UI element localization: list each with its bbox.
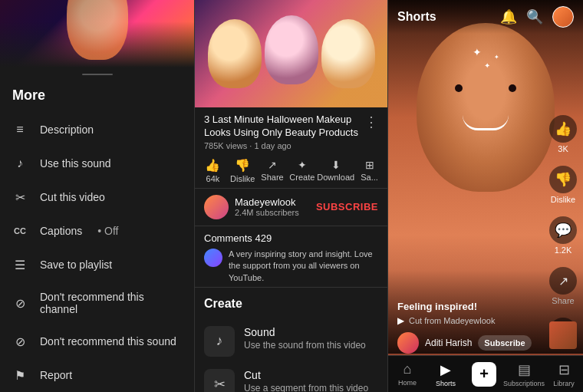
play-icon: ▶ — [397, 315, 404, 326]
nav-library[interactable]: ⊟ Library — [545, 361, 583, 387]
channel-row: Madeyewlook 2.4M subscribers SUBSCRIBE — [195, 189, 387, 226]
face-smile — [463, 115, 509, 130]
channel-name[interactable]: Madeyewlook — [235, 196, 310, 208]
comments-count: 429 — [255, 232, 272, 244]
create-cut-title: Cut — [244, 369, 378, 381]
create-button[interactable]: ✦ Create — [287, 159, 317, 182]
nav-home[interactable]: ⌂ Home — [388, 361, 427, 387]
create-section-header: Create — [204, 297, 378, 311]
nav-shorts[interactable]: ▶ Shorts — [427, 361, 465, 387]
right-header: Shorts 🔔 🔍 — [388, 0, 583, 34]
comments-section: Comments 429 A very inspiring story and … — [195, 226, 387, 288]
like-count: 64k — [206, 174, 220, 183]
channel-info: Madeyewlook 2.4M subscribers — [235, 196, 310, 217]
bell-icon[interactable]: 🔔 — [500, 8, 517, 25]
bottom-channel-avatar — [397, 332, 419, 354]
video-info: 3 Last Minute Halloween Makeup Looks Usi… — [195, 107, 387, 153]
save-button[interactable]: ⊞ Sa... — [354, 159, 384, 182]
use-sound-icon: ♪ — [12, 156, 28, 171]
save-playlist-icon: ☰ — [12, 257, 28, 272]
dislike-label: Dislike — [230, 174, 255, 183]
makeup-faces-overlay — [195, 0, 387, 107]
captions-status: • Off — [97, 225, 118, 237]
report-icon: ⚑ — [12, 367, 28, 383]
like-action[interactable]: 👍 3K — [549, 115, 577, 153]
nav-subscriptions[interactable]: ▤ Subscriptions — [503, 361, 545, 387]
create-section: Create ♪ Sound Use the sound from this v… — [195, 288, 387, 392]
share-button[interactable]: ↗ Share — [258, 159, 288, 182]
bottom-nav: ⌂ Home ▶ Shorts + ▤ Subscriptions ⊟ Libr… — [388, 355, 583, 392]
action-bar: 👍 64k 👎 Dislike ↗ Share ✦ Create ⬇ Downl… — [195, 153, 387, 189]
create-sound-title: Sound — [244, 326, 378, 338]
create-sound-item[interactable]: ♪ Sound Use the sound from this video — [204, 320, 378, 363]
costume-decoration — [67, 0, 128, 60]
dislike-icon: 👎 — [235, 158, 250, 173]
subscriptions-icon: ▤ — [518, 361, 531, 378]
create-sound-icon: ♪ — [204, 326, 235, 357]
menu-item-save-playlist[interactable]: ☰ Save to playlist — [0, 248, 194, 282]
subscribe-button[interactable]: SUBSCRIBE — [316, 201, 378, 212]
comments-label: Comments — [204, 232, 252, 244]
like-button[interactable]: 👍 64k — [198, 158, 228, 183]
download-icon: ⬇ — [331, 159, 341, 171]
drag-handle[interactable] — [82, 74, 113, 75]
description-icon: ≡ — [12, 122, 28, 137]
header-icons: 🔔 🔍 — [500, 6, 574, 28]
inspired-text: Feeling inspired! — [397, 301, 574, 312]
face-1 — [208, 19, 262, 88]
menu-label-dont-recommend-channel: Don't recommend this channel — [40, 291, 182, 315]
menu-label-cut-video: Cut this video — [40, 191, 105, 203]
channel-subscribers: 2.4M subscribers — [235, 208, 310, 217]
comment-action[interactable]: 💬 1.2K — [549, 216, 577, 255]
sparkle-decoration-2: ✦ — [484, 61, 490, 70]
create-cut-item[interactable]: ✂ Cut Use a segment from this video — [204, 363, 378, 392]
left-panel: More ≡ Description ♪ Use this sound ✂ Cu… — [0, 0, 194, 392]
search-icon[interactable]: 🔍 — [526, 8, 543, 25]
menu-label-save-playlist: Save to playlist — [40, 259, 112, 271]
face-2 — [265, 15, 318, 84]
create-add-icon[interactable]: + — [472, 362, 496, 387]
bottom-channel-row: Aditi Harish Subscribe — [397, 332, 574, 354]
shorts-icon: ▶ — [440, 361, 451, 378]
comment-icon-right: 💬 — [549, 216, 577, 244]
menu-label-description: Description — [40, 124, 94, 136]
comment-row: A very inspiring story and insight. Love… — [204, 249, 378, 284]
dislike-button[interactable]: 👎 Dislike — [228, 158, 258, 183]
comment-count-right: 1.2K — [555, 245, 572, 255]
menu-item-description[interactable]: ≡ Description — [0, 113, 194, 147]
dislike-label-right: Dislike — [551, 195, 575, 204]
menu-label-dont-recommend-sound: Don't recommend this sound — [40, 335, 176, 348]
home-label: Home — [398, 379, 417, 387]
dislike-icon-right: 👎 — [549, 166, 577, 193]
sparkle-decoration: ✦ — [473, 46, 482, 58]
dont-recommend-sound-icon: ⊘ — [12, 334, 28, 349]
menu-item-use-sound[interactable]: ♪ Use this sound — [0, 147, 194, 180]
nav-create[interactable]: + — [465, 362, 503, 387]
face-eyes — [455, 84, 516, 92]
bottom-right-thumbnail[interactable] — [549, 321, 577, 349]
cut-from-row: ▶ Cut from Madeyewlook — [397, 315, 574, 326]
menu-item-dont-recommend-channel[interactable]: ⊘ Don't recommend this channel — [0, 282, 194, 324]
menu-label-report: Report — [40, 369, 72, 381]
user-avatar[interactable] — [552, 6, 574, 28]
bottom-subscribe-button[interactable]: Subscribe — [478, 335, 531, 351]
menu-item-report[interactable]: ⚑ Report — [0, 358, 194, 392]
save-icon: ⊞ — [365, 159, 374, 171]
create-sound-desc: Use the sound from this video — [244, 340, 378, 351]
create-sound-info: Sound Use the sound from this video — [244, 326, 378, 351]
create-label: Create — [289, 173, 315, 182]
library-label: Library — [553, 380, 575, 387]
save-label: Sa... — [361, 173, 378, 182]
comment-text: A very inspiring story and insight. Love… — [229, 249, 378, 284]
comments-header: Comments 429 — [204, 232, 378, 244]
dislike-action[interactable]: 👎 Dislike — [549, 166, 577, 204]
menu-item-cut-video[interactable]: ✂ Cut this video — [0, 180, 194, 214]
middle-video-thumbnail[interactable] — [195, 0, 387, 107]
sparkle-decoration-3: ✦ — [494, 54, 499, 61]
download-label: Download — [317, 173, 354, 182]
download-button[interactable]: ⬇ Download — [317, 159, 354, 182]
menu-item-captions[interactable]: CC Captions • Off — [0, 214, 194, 248]
video-more-button[interactable]: ⋮ — [358, 114, 378, 130]
more-header: More — [0, 81, 194, 113]
menu-item-dont-recommend-sound[interactable]: ⊘ Don't recommend this sound — [0, 324, 194, 358]
